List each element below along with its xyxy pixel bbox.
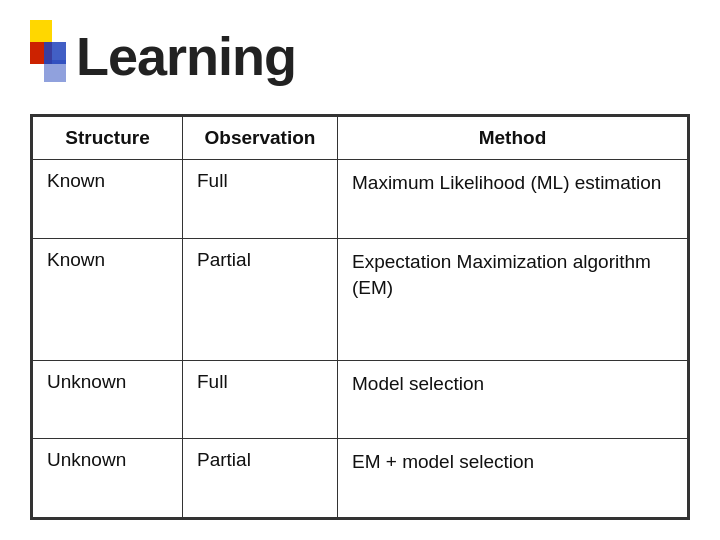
cell-method-2: Model selection xyxy=(338,360,688,439)
cell-observation-0: Full xyxy=(183,160,338,239)
logo-icon xyxy=(30,20,66,92)
cell-structure-2: Unknown xyxy=(33,360,183,439)
cell-structure-3: Unknown xyxy=(33,439,183,518)
header-structure: Structure xyxy=(33,117,183,160)
table-row: Known Full Maximum Likelihood (ML) estim… xyxy=(33,160,688,239)
header-area: Learning xyxy=(30,20,690,92)
cell-method-0: Maximum Likelihood (ML) estimation xyxy=(338,160,688,239)
header-method: Method xyxy=(338,117,688,160)
learning-table: Structure Observation Method Known Full … xyxy=(32,116,688,518)
cell-method-3: EM + model selection xyxy=(338,439,688,518)
cell-observation-3: Partial xyxy=(183,439,338,518)
cell-structure-0: Known xyxy=(33,160,183,239)
cell-observation-1: Partial xyxy=(183,238,338,360)
table-row: Unknown Full Model selection xyxy=(33,360,688,439)
cell-observation-2: Full xyxy=(183,360,338,439)
table-row: Unknown Partial EM + model selection xyxy=(33,439,688,518)
svg-rect-3 xyxy=(44,60,66,82)
cell-structure-1: Known xyxy=(33,238,183,360)
svg-rect-0 xyxy=(30,20,52,42)
table-row: Known Partial Expectation Maximization a… xyxy=(33,238,688,360)
header-observation: Observation xyxy=(183,117,338,160)
page-container: Learning Structure Observation Method Kn… xyxy=(0,0,720,540)
page-title: Learning xyxy=(76,29,296,83)
table-container: Structure Observation Method Known Full … xyxy=(30,114,690,520)
cell-method-1: Expectation Maximization algorithm (EM) xyxy=(338,238,688,360)
table-header-row: Structure Observation Method xyxy=(33,117,688,160)
